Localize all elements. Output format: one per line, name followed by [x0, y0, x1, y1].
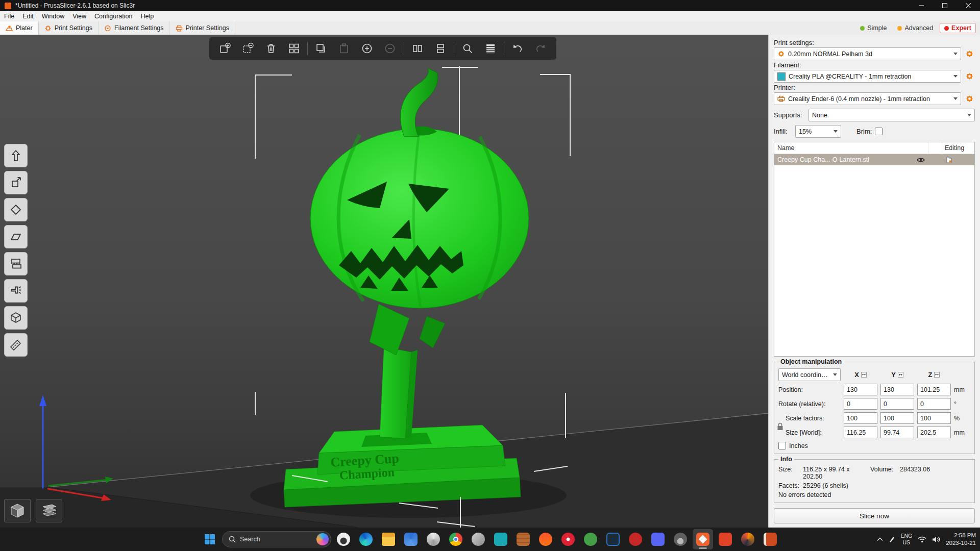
- cut-tool-button[interactable]: [4, 252, 28, 276]
- editor-3d-view-button[interactable]: [4, 499, 31, 522]
- size-y-input[interactable]: 99.74: [880, 427, 914, 438]
- menu-help[interactable]: Help: [136, 11, 158, 21]
- taskbar-app-dark-blue[interactable]: [603, 529, 623, 549]
- menu-view[interactable]: View: [68, 11, 90, 21]
- scale-y-input[interactable]: 100: [880, 412, 914, 424]
- visibility-toggle[interactable]: [913, 157, 928, 163]
- infill-combo[interactable]: 15%: [795, 125, 841, 138]
- taskbar-app-gray[interactable]: [468, 529, 488, 549]
- filament-gear-button[interactable]: [964, 71, 975, 82]
- printer-gear-button[interactable]: [964, 93, 975, 105]
- slice-now-button[interactable]: Slice now: [774, 508, 975, 523]
- taskbar-app-dark-gray[interactable]: [670, 529, 691, 549]
- maximize-button[interactable]: [933, 0, 957, 11]
- position-y-input[interactable]: 130: [880, 384, 914, 395]
- seam-paint-tool-button[interactable]: [4, 306, 28, 330]
- menu-window[interactable]: Window: [38, 11, 68, 21]
- delete-all-button[interactable]: [261, 39, 281, 58]
- pen-icon[interactable]: [889, 536, 895, 543]
- wifi-icon[interactable]: [918, 536, 926, 543]
- position-z-input[interactable]: 101.25: [917, 384, 951, 395]
- tab-filament-settings[interactable]: Filament Settings: [99, 21, 170, 35]
- arrange-button[interactable]: [284, 39, 304, 58]
- printer-combo[interactable]: Creality Ender-6 (0.4 mm nozzle) - 1mm r…: [774, 92, 961, 105]
- size-z-input[interactable]: 202.5: [917, 427, 951, 438]
- redo-button[interactable]: [531, 39, 550, 58]
- move-tool-button[interactable]: [4, 144, 28, 167]
- mirror-z-icon[interactable]: [934, 372, 940, 378]
- volume-icon[interactable]: [932, 536, 940, 543]
- viewport-canvas[interactable]: Creepy Cup Champion: [0, 35, 768, 528]
- taskbar-app-firefox[interactable]: [738, 529, 758, 549]
- taskbar-app-orange-grid[interactable]: [513, 529, 533, 549]
- rotate-z-input[interactable]: 0: [917, 398, 951, 410]
- taskbar-app-explorer[interactable]: [378, 529, 399, 549]
- preview-layers-button[interactable]: [36, 499, 62, 522]
- size-x-input[interactable]: 116.25: [844, 427, 877, 438]
- tab-printer-settings[interactable]: Printer Settings: [170, 21, 235, 35]
- taskbar-app-red-gear[interactable]: [558, 529, 578, 549]
- scale-z-input[interactable]: 100: [917, 412, 951, 424]
- mode-simple-button[interactable]: Simple: [856, 23, 891, 33]
- scale-x-input[interactable]: 100: [844, 412, 877, 424]
- split-to-objects-button[interactable]: [408, 39, 427, 58]
- language-indicator[interactable]: ENG US: [900, 533, 912, 545]
- taskbar-app-indigo[interactable]: [648, 529, 668, 549]
- mirror-x-icon[interactable]: [861, 372, 867, 378]
- menu-file[interactable]: File: [0, 11, 18, 21]
- minimize-button[interactable]: [910, 0, 933, 11]
- add-object-button[interactable]: [215, 39, 235, 58]
- close-button[interactable]: [957, 0, 980, 11]
- split-to-parts-button[interactable]: [431, 39, 450, 58]
- tab-plater[interactable]: Plater: [0, 21, 39, 35]
- rotate-y-input[interactable]: 0: [880, 398, 914, 410]
- brim-checkbox[interactable]: [875, 128, 883, 135]
- viewport-3d[interactable]: Creepy Cup Champion: [0, 35, 768, 528]
- taskbar-app-prusaslicer[interactable]: [693, 529, 713, 549]
- scale-tool-button[interactable]: [4, 171, 28, 194]
- rotate-x-input[interactable]: 0: [844, 398, 877, 410]
- position-x-input[interactable]: 130: [844, 384, 877, 395]
- clock[interactable]: 2:58 PM 2023-10-21: [946, 532, 976, 547]
- supports-combo[interactable]: None: [808, 109, 975, 121]
- undo-button[interactable]: [508, 39, 527, 58]
- taskbar-app-red-circle[interactable]: [625, 529, 646, 549]
- taskbar-app-freecad[interactable]: [760, 529, 780, 549]
- remove-object-button[interactable]: [238, 39, 258, 58]
- mode-expert-button[interactable]: Expert: [940, 23, 976, 33]
- copy-button[interactable]: [311, 39, 331, 58]
- print-settings-combo[interactable]: 0.20mm NORMAL Pelham 3d: [774, 47, 961, 60]
- object-list-row[interactable]: Creepy Cup Cha...-O-Lantern.stl: [774, 154, 974, 165]
- taskbar-app-teal[interactable]: [491, 529, 511, 549]
- taskbar-app-chrome[interactable]: [446, 529, 466, 549]
- menu-edit[interactable]: Edit: [18, 11, 38, 21]
- uniform-scale-lock-icon[interactable]: [777, 422, 783, 431]
- add-instance-button[interactable]: [357, 39, 377, 58]
- tab-print-settings[interactable]: Print Settings: [39, 21, 99, 35]
- mode-advanced-button[interactable]: Advanced: [893, 23, 937, 33]
- taskbar-app-blue-c[interactable]: [401, 529, 421, 549]
- measure-tool-button[interactable]: [4, 333, 28, 357]
- variable-layer-height-button[interactable]: [481, 39, 500, 58]
- taskbar-app-edge[interactable]: [356, 529, 376, 549]
- taskbar-app-red-f[interactable]: [715, 529, 736, 549]
- place-on-face-tool-button[interactable]: [4, 225, 28, 248]
- taskbar-app-obs[interactable]: [333, 529, 354, 549]
- remove-instance-button[interactable]: [380, 39, 400, 58]
- chevron-up-icon[interactable]: [877, 537, 883, 541]
- rotate-tool-button[interactable]: [4, 198, 28, 221]
- paste-button[interactable]: [334, 39, 354, 58]
- search-button[interactable]: [458, 39, 477, 58]
- inches-checkbox[interactable]: [778, 442, 786, 449]
- start-button[interactable]: [200, 529, 220, 549]
- print-settings-gear-button[interactable]: [964, 48, 975, 60]
- edit-object-button[interactable]: [942, 157, 974, 163]
- taskbar-app-brave[interactable]: [535, 529, 556, 549]
- taskbar-app-gray-swirl[interactable]: [423, 529, 444, 549]
- coordinates-combo[interactable]: World coordinates: [778, 368, 841, 381]
- menu-configuration[interactable]: Configuration: [90, 11, 136, 21]
- filament-combo[interactable]: Creality PLA @CREALITY - 1mm retraction: [774, 70, 961, 83]
- taskbar-search[interactable]: Search: [222, 531, 331, 547]
- paint-supports-tool-button[interactable]: [4, 279, 28, 303]
- mirror-y-icon[interactable]: [898, 372, 903, 378]
